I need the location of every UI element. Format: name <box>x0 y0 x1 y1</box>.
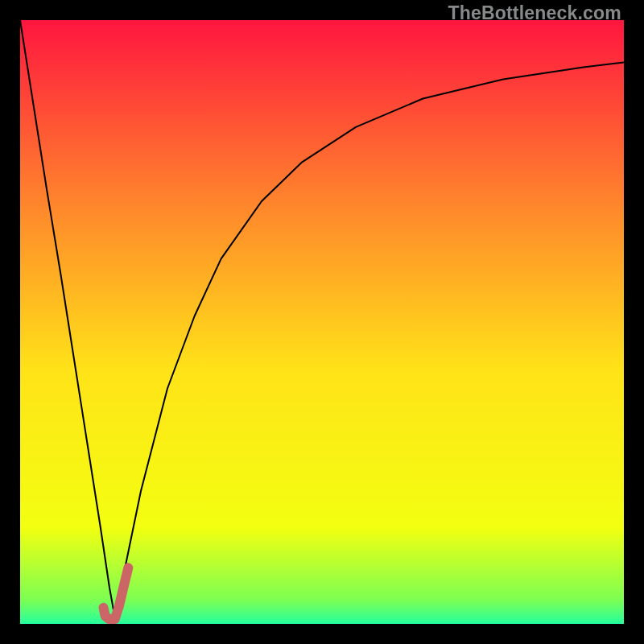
plot-area <box>20 20 624 624</box>
watermark-text: TheBottleneck.com <box>448 2 621 24</box>
bottleneck-curve <box>20 20 624 618</box>
chart-frame: TheBottleneck.com <box>0 0 644 644</box>
chart-lines <box>20 20 624 624</box>
